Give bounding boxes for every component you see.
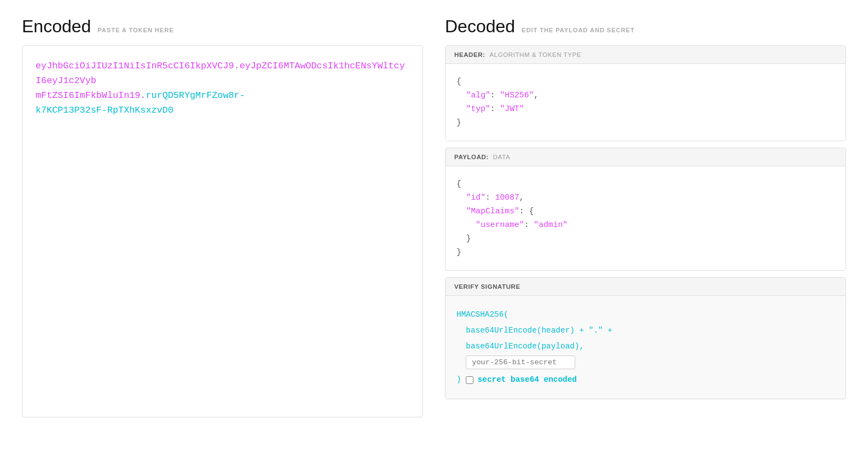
id-value: 10087: [495, 193, 519, 202]
username-key: "username": [476, 220, 524, 229]
header-section: HEADER: ALGORITHM & TOKEN TYPE { "alg": …: [445, 45, 846, 141]
alg-key: "alg": [466, 91, 490, 100]
verify-line-2: base64UrlEncode(payload),: [456, 339, 835, 354]
inner-close-brace: }: [466, 234, 471, 243]
decoded-subtitle: EDIT THE PAYLOAD AND SECRET: [522, 27, 635, 33]
typ-value: "JWT": [500, 104, 524, 113]
header-label-bar: HEADER: ALGORITHM & TOKEN TYPE: [445, 46, 846, 64]
payload-label: PAYLOAD:: [454, 154, 489, 160]
mapclaims-key: "MapClaims": [466, 207, 519, 216]
dot-2: .: [140, 90, 146, 101]
jwt-token: eyJhbGciOiJIUzI1NiIsInR5cCI6IkpXVCJ9.eyJ…: [36, 59, 409, 118]
secret-input[interactable]: [466, 356, 575, 369]
app-layout: Encoded PASTE A TOKEN HERE eyJhbGciOiJIU…: [22, 16, 846, 417]
token-header-part: eyJhbGciOiJIUzI1NiIsInR5cCI6IkpXVCJ9: [36, 61, 234, 71]
payload-sublabel: DATA: [493, 154, 510, 160]
base64-checkbox[interactable]: [466, 376, 473, 384]
verify-section: VERIFY SIGNATURE HMACSHA256( base64UrlEn…: [445, 277, 846, 399]
line1-text: base64UrlEncode(header) + "." +: [466, 326, 612, 335]
typ-key: "typ": [466, 104, 490, 113]
decoded-header: Decoded EDIT THE PAYLOAD AND SECRET: [445, 16, 846, 37]
payload-section: PAYLOAD: DATA { "id": 10087, "MapClaims"…: [445, 148, 846, 271]
header-sublabel: ALGORITHM & TOKEN TYPE: [490, 51, 582, 58]
encoded-title: Encoded: [22, 16, 91, 37]
username-value: "admin": [534, 220, 568, 229]
dot-1: .: [234, 61, 240, 71]
payload-label-bar: PAYLOAD: DATA: [445, 148, 846, 166]
encoded-subtitle: PASTE A TOKEN HERE: [97, 27, 173, 33]
verify-line-1: base64UrlEncode(header) + "." +: [456, 323, 835, 339]
header-label: HEADER:: [454, 51, 485, 58]
verify-secret-line: [456, 354, 835, 370]
verify-label: VERIFY SIGNATURE: [454, 283, 520, 290]
payload-content[interactable]: { "id": 10087, "MapClaims": { "username"…: [445, 166, 846, 270]
close-brace-1: }: [456, 118, 461, 127]
header-content[interactable]: { "alg": "HS256", "typ": "JWT" }: [445, 64, 846, 141]
verify-content: HMACSHA256( base64UrlEncode(header) + ".…: [445, 296, 846, 399]
close-brace-2: }: [456, 248, 461, 257]
encoded-box[interactable]: eyJhbGciOiJIUzI1NiIsInR5cCI6IkpXVCJ9.eyJ…: [22, 45, 423, 417]
decoded-panel: Decoded EDIT THE PAYLOAD AND SECRET HEAD…: [445, 16, 846, 417]
secret-base64-label: secret base64 encoded: [478, 372, 577, 388]
encoded-panel: Encoded PASTE A TOKEN HERE eyJhbGciOiJIU…: [22, 16, 423, 417]
encoded-header: Encoded PASTE A TOKEN HERE: [22, 16, 423, 37]
hmac-func: HMACSHA256(: [456, 310, 508, 319]
open-brace-1: {: [456, 77, 461, 86]
verify-line-func: HMACSHA256(: [456, 307, 835, 323]
verify-label-bar: VERIFY SIGNATURE: [445, 278, 846, 296]
alg-value: "HS256": [500, 91, 534, 100]
decoded-title: Decoded: [445, 16, 515, 37]
id-key: "id": [466, 193, 485, 202]
verify-footer: ) secret base64 encoded: [456, 372, 835, 388]
open-brace-2: {: [456, 179, 461, 188]
line2-text: base64UrlEncode(payload),: [466, 342, 584, 351]
close-paren: ): [456, 372, 461, 388]
